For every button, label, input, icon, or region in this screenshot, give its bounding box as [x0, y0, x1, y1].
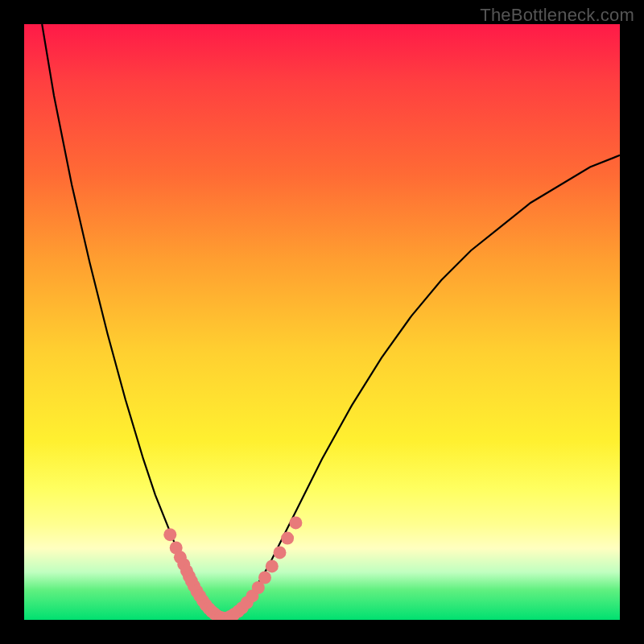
data-marker [281, 532, 294, 545]
curve-path [42, 24, 221, 618]
data-marker [163, 528, 176, 541]
data-marker [258, 572, 271, 584]
plot-area [24, 24, 620, 620]
chart-svg [24, 24, 620, 620]
curve-path [227, 155, 620, 618]
watermark-label: TheBottleneck.com [480, 5, 634, 26]
data-marker [289, 516, 302, 529]
data-marker [274, 546, 287, 559]
marker-group [163, 516, 302, 620]
curve-group [42, 24, 620, 618]
data-marker [266, 559, 279, 572]
